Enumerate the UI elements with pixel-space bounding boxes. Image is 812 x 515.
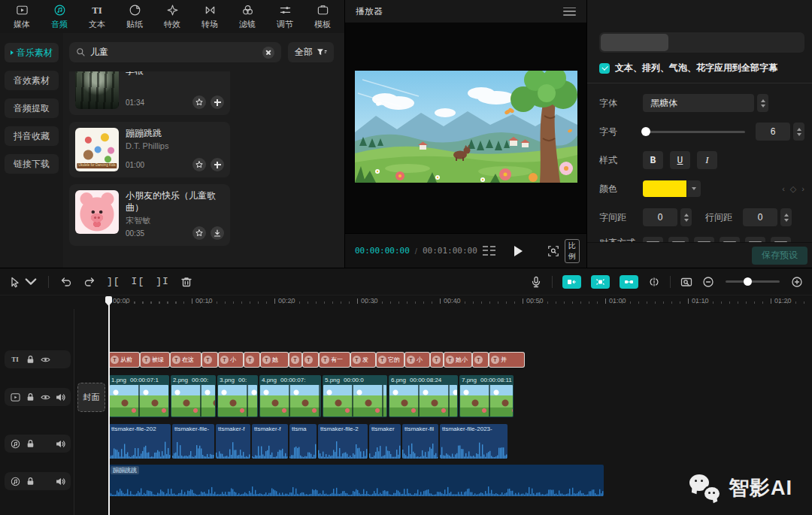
text-clip[interactable]: T 小 [405,353,429,367]
mute-speaker-icon[interactable] [54,475,66,487]
play-button[interactable] [514,246,523,256]
mute-speaker-icon[interactable] [54,438,66,450]
inspector-subtab[interactable] [735,34,803,51]
music-card[interactable]: Ukulele for Dancing Kids 蹦蹦跳跳 D.T. Phill… [69,122,230,177]
filter-button[interactable]: 全部 [288,42,334,62]
letter-spacing-value[interactable]: 0 [643,208,677,226]
color-dropdown-icon[interactable] [687,180,701,197]
video-clip[interactable]: 6.png 00:00:08:24 [389,375,458,417]
tab-adjust[interactable]: 调节 [266,4,304,30]
sidebar-item[interactable]: 音效素材 [5,71,59,90]
timeline-ruler[interactable]: 00:00 00:10 00:20 00:30 00:40 00:50 01:0… [0,295,812,309]
text-clip[interactable]: T 在这 [171,353,201,367]
bold-button[interactable]: B [643,151,663,169]
text-clip[interactable]: T [473,353,488,367]
text-clip[interactable]: T [303,353,318,367]
add-to-track-icon[interactable] [211,158,224,171]
text-clip[interactable]: T 并 [489,353,524,367]
audio-clip[interactable]: ttsmaker [369,424,401,459]
font-select[interactable]: 黑糖体 [643,94,754,112]
zoom-in-icon[interactable] [791,276,803,288]
auto-snap-toggle[interactable] [562,275,581,289]
lock-icon[interactable] [24,475,36,487]
text-clip[interactable]: T 小 [219,353,243,367]
mute-speaker-icon[interactable] [54,391,66,403]
keyframe-controls[interactable]: ‹ ◇ › [782,184,804,194]
link-clips-toggle[interactable] [620,275,638,289]
audio-clip[interactable]: ttsmaker-f [216,424,250,459]
frame-list-icon[interactable] [483,246,495,256]
sidebar-item[interactable]: 音频提取 [5,98,59,118]
text-clip[interactable]: T 她小 [444,353,471,367]
tab-sticker[interactable]: 贴纸 [116,4,153,30]
letter-spacing-stepper[interactable] [680,208,692,226]
font-size-slider[interactable] [643,131,745,133]
text-clip[interactable]: T 发 [351,353,375,367]
search-box[interactable] [69,42,281,62]
player-menu-icon[interactable] [563,8,576,16]
audio-clip[interactable]: ttsmaker-file- [172,424,214,459]
split-clip-button[interactable]: ][ [107,276,120,287]
record-voiceover-button[interactable] [530,276,542,288]
mirror-split-button[interactable] [648,276,660,288]
underline-button[interactable]: U [670,151,690,169]
trim-right-button[interactable]: ]I [156,276,169,287]
text-clip[interactable]: T 她 [261,353,288,367]
text-clip[interactable]: T [202,353,217,367]
redo-button[interactable] [83,276,95,288]
sidebar-item[interactable]: 链接下载 [5,154,59,174]
font-size-stepper[interactable] [793,123,804,141]
text-clip[interactable]: T [289,353,301,367]
tab-audio[interactable]: 音频 [41,4,78,30]
favorite-star-icon[interactable] [192,226,206,240]
focus-frame-icon[interactable] [547,245,559,257]
music-card[interactable]: 李根 01:34 [69,71,230,115]
ratio-button[interactable]: 比例 [565,239,580,263]
video-clip[interactable]: 3.png 00: [217,375,258,417]
line-spacing-value[interactable]: 0 [743,208,777,226]
sidebar-item[interactable]: 音乐素材 [5,43,59,62]
keyframe-diamond-icon[interactable]: ◇ [790,184,796,194]
text-clip[interactable]: T 被绿 [141,353,169,367]
text-clip[interactable]: T 从前 [109,353,139,367]
audio-clip[interactable]: ttsmaker-file-2 [318,424,368,459]
favorite-star-icon[interactable] [192,95,206,109]
video-clip[interactable]: 1.png 00:00:07:1 [109,375,169,417]
visibility-eye-icon[interactable] [39,353,51,365]
apply-all-checkbox[interactable] [599,63,610,74]
lock-icon[interactable] [24,438,36,450]
inspector-subtab[interactable] [601,34,668,51]
undo-button[interactable] [60,276,72,288]
audio-clip[interactable]: ttsmaker-f [252,424,288,459]
music-clip[interactable]: 蹦蹦跳跳 [109,465,604,496]
text-clip[interactable]: T [244,353,259,367]
cover-button[interactable]: 封面 [77,383,105,412]
lock-icon[interactable] [24,391,36,403]
video-clip[interactable]: 5.png 00:00:0 [323,375,387,417]
italic-button[interactable]: I [697,151,717,169]
playhead-line[interactable] [108,297,110,515]
zoom-out-icon[interactable] [702,276,714,288]
video-clip[interactable]: 4.png 00:00:07: [259,375,321,417]
color-swatch[interactable] [643,180,686,197]
text-clip[interactable]: T 它的 [377,353,404,367]
sidebar-item[interactable]: 抖音收藏 [5,126,59,146]
audio-clip[interactable]: ttsmaker-fil [402,424,438,459]
tab-media[interactable]: 媒体 [3,4,41,30]
music-card[interactable]: 小朋友的快乐（儿童歌曲） 宋智敏 00:35 [69,184,230,246]
font-size-value[interactable]: 6 [756,123,790,141]
tab-effects[interactable]: 特效 [153,4,191,30]
video-clip[interactable]: 7.png 00:00:08:11 [459,375,514,417]
zoom-slider-thumb[interactable] [744,277,752,286]
search-input[interactable] [90,47,258,58]
tab-text[interactable]: TI 文本 [78,4,116,30]
delete-clip-button[interactable] [180,276,192,288]
add-to-track-icon[interactable] [211,95,224,109]
tab-filters[interactable]: 滤镜 [229,4,266,30]
text-clip[interactable]: T [431,353,443,367]
preview-axis-toggle[interactable] [591,275,610,289]
slider-thumb[interactable] [641,127,650,136]
line-spacing-stepper[interactable] [780,208,792,226]
audio-clip[interactable]: ttsmaker-file-202 [109,424,171,459]
clear-search-icon[interactable] [262,47,274,59]
